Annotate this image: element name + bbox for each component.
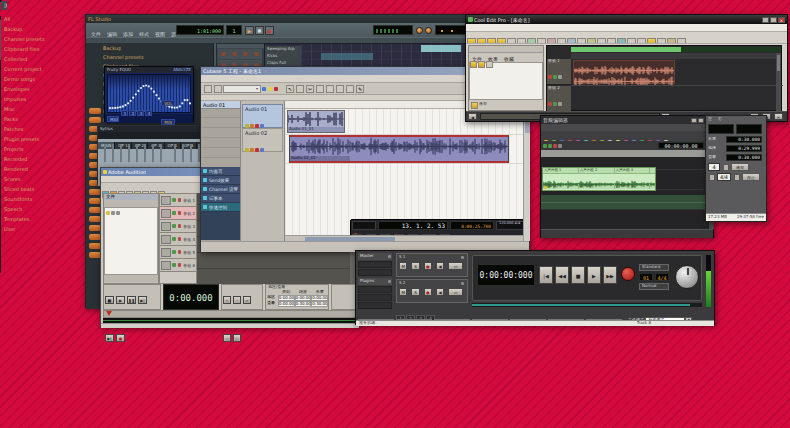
solo-indicator[interactable] — [172, 263, 176, 267]
organizer-icon[interactable] — [486, 61, 493, 68]
wave-editor-track-area[interactable]: 人声片段 1人声片段 2人声片段 3 人声片段 1人声片段 2人声片段 3 — [541, 157, 709, 229]
automation-dropdown[interactable]: ▾ — [223, 85, 261, 93]
side-browser-scrollbar[interactable] — [0, 16, 1, 273]
playhead-marker[interactable] — [106, 311, 112, 316]
cooledit-track-area[interactable]: 0:100:200:300:400:50 音轨 1 音轨 2 — [546, 45, 782, 111]
toolbar-icon[interactable] — [557, 38, 566, 44]
mute-button[interactable] — [558, 102, 562, 106]
strip2-header[interactable]: S 2 — [397, 280, 467, 287]
track1-name[interactable]: 音轨 1 — [547, 59, 571, 64]
equo-bank-button[interactable]: 3 — [137, 110, 144, 116]
solo-indicator[interactable] — [172, 198, 176, 202]
strip-button[interactable]: S — [411, 288, 419, 296]
record-indicator[interactable] — [178, 224, 182, 228]
range-tool-icon[interactable] — [296, 85, 304, 93]
strip-button[interactable]: ◀ — [436, 262, 444, 270]
track-fader[interactable] — [161, 235, 171, 244]
browser-folder[interactable]: Speech — [1, 206, 67, 216]
close-button[interactable]: × — [778, 17, 785, 23]
fl-browser-item[interactable]: Backup — [86, 43, 213, 52]
record-arm-button[interactable] — [548, 75, 552, 79]
fast-forward-button[interactable]: ▶▶ — [603, 266, 617, 284]
strip-wide-button[interactable]: ▭ — [448, 262, 463, 270]
play-to-end-button[interactable]: ▶| — [138, 296, 147, 304]
mute-tool-icon[interactable] — [346, 85, 354, 93]
toolbar-icon[interactable] — [647, 38, 656, 44]
toolbar-icon[interactable] — [587, 38, 596, 44]
minimize-button[interactable]: ­ — [691, 118, 697, 123]
plugin-slot[interactable] — [358, 286, 392, 293]
h-scroll-left[interactable]: ◀ — [468, 113, 477, 120]
monitor-button[interactable] — [260, 124, 264, 128]
toolbar-icon[interactable] — [627, 38, 636, 44]
toolbar-icon[interactable] — [527, 38, 536, 44]
sytrus-slider-bank-1[interactable] — [104, 144, 164, 162]
ratio-value[interactable]: 4/4 — [717, 173, 731, 181]
position-bar[interactable] — [472, 303, 702, 307]
organizer-tab[interactable]: 收藏 — [501, 56, 517, 62]
selview-cell[interactable]: 0:30.000 — [295, 301, 312, 307]
collapse-icon[interactable] — [388, 280, 391, 283]
transport-time-display[interactable]: 0:00:25.700 — [450, 221, 494, 230]
strip-wide-button[interactable]: ▭ — [448, 288, 463, 296]
draw-tool-icon[interactable]: ✎ — [356, 85, 364, 93]
browser-folder[interactable]: Templates — [1, 216, 67, 226]
clip-segment[interactable]: 人声片段 3 — [615, 168, 651, 173]
browser-folder[interactable]: All — [1, 16, 67, 26]
fl-menu-item[interactable]: 文件 — [88, 31, 104, 37]
mode-select-normal[interactable]: Normal — [639, 283, 669, 290]
eraser-tool-icon[interactable] — [326, 85, 334, 93]
audition-timeline-ruler[interactable]: 0:000:050:100:150:200:25 — [103, 310, 357, 318]
clip-segment[interactable]: 人声片段 2 — [579, 168, 615, 173]
scissors-tool-icon[interactable]: ✂ — [306, 85, 314, 93]
toolbar-icon[interactable] — [637, 38, 646, 44]
panel-button-1[interactable]: 播放 — [731, 163, 749, 171]
strip-button[interactable]: S — [411, 262, 419, 270]
browser-folder[interactable]: User — [1, 226, 67, 236]
browser-folder[interactable]: Patches — [1, 126, 67, 136]
equo-bank-button[interactable]: 4 — [145, 110, 152, 116]
browser-folder[interactable]: Scores — [1, 176, 67, 186]
playlist-track-name[interactable]: Sweeping Arp — [267, 46, 301, 53]
cooledit-titlebar[interactable]: Cool Edit Pro - [未命名] × — [466, 15, 787, 24]
browser-folder[interactable]: Packs — [1, 116, 67, 126]
strip-record-button[interactable]: ● — [424, 288, 432, 296]
strip-button[interactable]: M — [399, 262, 407, 270]
strip-menu-icon[interactable] — [461, 256, 464, 259]
fl-menu-item[interactable]: 样式 — [136, 31, 152, 37]
master-slot[interactable] — [358, 269, 392, 276]
session-position-bar[interactable] — [571, 47, 781, 52]
zoom-left-button[interactable]: ◁ — [223, 334, 231, 342]
inspector-track-name[interactable]: Audio 01 — [201, 101, 240, 109]
fl-master-knob[interactable] — [416, 27, 423, 34]
inspector-section[interactable]: Send效果 — [201, 176, 240, 185]
track-fader[interactable] — [161, 261, 171, 270]
strip1-header[interactable]: S 1 — [397, 254, 467, 261]
transport-position-display[interactable]: 13. 1. 2. 53 — [378, 221, 448, 230]
fl-pan-knob[interactable] — [425, 27, 432, 34]
zoom-right-button[interactable]: ▷ — [233, 334, 241, 342]
files-list[interactable] — [104, 207, 158, 275]
stop-button[interactable]: ■ — [571, 266, 585, 284]
track-strip[interactable]: 音轨 2 — [160, 207, 196, 220]
browser-folder[interactable]: Current project — [1, 66, 67, 76]
arrow-tool-icon[interactable]: ↖ — [286, 85, 294, 93]
browser-folder[interactable]: Impulses — [1, 96, 67, 106]
transport-tempo-cell[interactable]: 120.000 4/4 — [496, 221, 523, 230]
toolbar-icon[interactable] — [507, 38, 516, 44]
toolbar-icon[interactable] — [517, 38, 526, 44]
record-enable-button[interactable] — [255, 124, 259, 128]
new-file-icon[interactable] — [467, 38, 476, 44]
clip-segment[interactable]: 人声片段 3 — [615, 184, 651, 189]
record-indicator[interactable] — [178, 237, 182, 241]
browser-folder[interactable]: Sliced beats — [1, 186, 67, 196]
solo-indicator[interactable] — [172, 250, 176, 254]
track-header-audio01[interactable]: Audio 01 — [242, 104, 283, 128]
save-file-icon[interactable] — [487, 38, 496, 44]
ratio-minus-button[interactable]: ­ — [709, 174, 715, 181]
toolbar-icon[interactable] — [214, 85, 222, 93]
master-header[interactable]: Master — [358, 253, 392, 260]
open-file-icon[interactable] — [106, 211, 110, 215]
master-slot[interactable] — [358, 261, 392, 268]
loop-icon[interactable] — [558, 144, 562, 148]
